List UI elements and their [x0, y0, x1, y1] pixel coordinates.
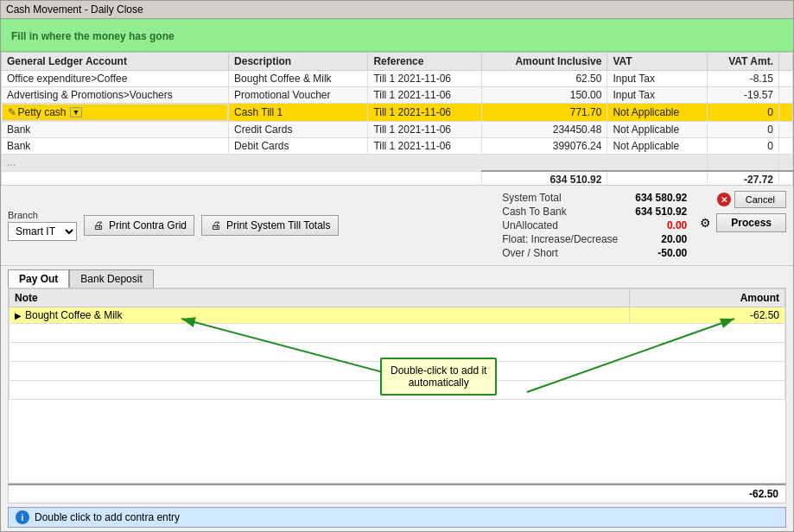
- gl-account: Advertising & Promotions>Vouchers: [2, 87, 229, 104]
- table-row[interactable]: Bank Credit Cards Till 1 2021-11-06 2344…: [2, 122, 793, 138]
- col-note: Note: [10, 289, 630, 307]
- branch-select[interactable]: Smart IT: [8, 222, 77, 241]
- payout-footer-amount: -62.50: [749, 488, 778, 500]
- col-ref: Reference: [368, 53, 482, 71]
- gl-account: Bank: [2, 138, 229, 155]
- status-text: Double click to add contra entry: [35, 511, 180, 523]
- ledger-table: General Ledger Account Description Refer…: [1, 52, 793, 186]
- unallocated-label: UnAllocated: [502, 219, 558, 231]
- bottom-section: Pay Out Bank Deposit Note Amount: [1, 266, 793, 531]
- title-bar: Cash Movement - Daily Close: [1, 1, 793, 19]
- scrollbar[interactable]: [779, 53, 793, 71]
- table-row-petty[interactable]: ✎ Petty cash ▼ Cash Till 1 Till 1 2021-1…: [2, 104, 793, 122]
- unallocated-value: 0.00: [618, 219, 687, 231]
- description: Debit Cards: [229, 138, 368, 155]
- reference: Till 1 2021-11-06: [368, 122, 482, 138]
- window-title: Cash Movement - Daily Close: [6, 3, 143, 16]
- reference: Till 1 2021-11-06: [368, 138, 482, 155]
- system-total-row: System Total 634 580.92: [499, 191, 690, 205]
- over-short-label: Over / Short: [502, 247, 558, 259]
- empty-row-1: [10, 324, 785, 343]
- scrollbar-cell: [779, 87, 793, 104]
- cancel-icon: ✕: [717, 193, 731, 206]
- reference: Till 1 2021-11-06: [368, 87, 482, 104]
- controls-section: Branch Smart IT 🖨 Print Contra Grid 🖨 Pr…: [1, 186, 793, 266]
- float-row: Float: Increase/Decrease 20.00: [499, 232, 690, 246]
- footer-vat-amt: -27.72: [707, 171, 778, 186]
- more-rows: ...: [2, 155, 708, 172]
- reference: Till 1 2021-11-06: [368, 71, 482, 87]
- print-icon: 🖨: [92, 218, 105, 232]
- col-gl: General Ledger Account: [2, 53, 229, 71]
- scrollbar-cell: [779, 71, 793, 87]
- payout-table-container: Note Amount ▶Bought Coffee & Milk -62.50: [8, 288, 786, 484]
- tab-payout-label: Pay Out: [19, 273, 58, 285]
- footer-amount: 634 510.92: [482, 171, 607, 186]
- action-buttons: ✕ Cancel ⚙ Process: [690, 191, 786, 232]
- vat-amt: [707, 155, 778, 172]
- vat-amt: -8.15: [707, 71, 778, 87]
- ledger-table-section: General Ledger Account Description Refer…: [1, 52, 793, 186]
- vat: Not Applicable: [607, 138, 707, 155]
- float-value: 20.00: [618, 233, 687, 245]
- page-title: Fill in where the money has gone: [11, 30, 175, 42]
- print-system-till-button[interactable]: 🖨 Print System Till Totals: [201, 215, 338, 236]
- cash-to-bank-value: 634 510.92: [618, 206, 687, 218]
- description: Promotional Voucher: [229, 87, 368, 104]
- petty-cash-label: Petty cash: [18, 106, 67, 118]
- system-total-value: 634 580.92: [618, 192, 687, 204]
- description: Bought Coffee & Milk: [229, 71, 368, 87]
- table-footer-row: 634 510.92 -27.72: [2, 171, 793, 186]
- vat: Not Applicable: [607, 122, 707, 138]
- scrollbar-cell: [779, 171, 793, 186]
- amount: 399076.24: [482, 138, 607, 155]
- scrollbar-cell: [779, 122, 793, 138]
- annotation-tooltip: Double-click to add itautomatically: [380, 358, 497, 396]
- gl-account: Bank: [2, 122, 229, 138]
- scrollbar-cell: [779, 104, 793, 122]
- gear-icon: ⚙: [697, 215, 713, 231]
- tabs-bar: Pay Out Bank Deposit: [1, 266, 793, 288]
- gl-account: ✎ Petty cash ▼: [2, 104, 229, 121]
- payout-row[interactable]: ▶Bought Coffee & Milk -62.50: [10, 307, 785, 324]
- amount: 150.00: [482, 87, 607, 104]
- payout-amount: -62.50: [630, 307, 785, 324]
- tab-bank-deposit-label: Bank Deposit: [80, 273, 142, 285]
- description: Credit Cards: [229, 122, 368, 138]
- status-bar: i Double click to add contra entry: [8, 507, 786, 528]
- branch-label: Branch: [8, 210, 77, 220]
- vat: Input Tax: [607, 71, 707, 87]
- payout-footer: -62.50: [8, 484, 786, 504]
- process-button[interactable]: Process: [716, 213, 786, 232]
- vat: Input Tax: [607, 87, 707, 104]
- gl-account: Office expenditure>Coffee: [2, 71, 229, 87]
- dropdown-icon[interactable]: ▼: [70, 107, 83, 117]
- cancel-button[interactable]: Cancel: [734, 191, 786, 208]
- vat-amt: 0: [707, 122, 778, 138]
- table-row[interactable]: Advertising & Promotions>Vouchers Promot…: [2, 87, 793, 104]
- col-desc: Description: [229, 53, 368, 71]
- print-contra-grid-button[interactable]: 🖨 Print Contra Grid: [84, 215, 194, 236]
- col-vat: VAT: [607, 53, 707, 71]
- col-vat-amt: VAT Amt.: [707, 53, 778, 71]
- tab-bank-deposit[interactable]: Bank Deposit: [69, 269, 153, 288]
- table-row[interactable]: Office expenditure>Coffee Bought Coffee …: [2, 71, 793, 87]
- vat-amt: -19.57: [707, 87, 778, 104]
- tab-payout[interactable]: Pay Out: [8, 269, 69, 288]
- info-icon: i: [16, 510, 29, 524]
- totals-section: System Total 634 580.92 Cash To Bank 634…: [499, 191, 786, 260]
- footer-vat-label: [607, 171, 707, 186]
- page-header: Fill in where the money has gone: [1, 19, 793, 52]
- footer-empty: [2, 171, 482, 186]
- table-row[interactable]: Bank Debit Cards Till 1 2021-11-06 39907…: [2, 138, 793, 155]
- unallocated-row: UnAllocated 0.00: [499, 218, 690, 232]
- over-short-value: -50.00: [618, 247, 687, 259]
- float-label: Float: Increase/Decrease: [502, 233, 618, 245]
- main-window: Cash Movement - Daily Close Fill in wher…: [0, 0, 794, 532]
- main-content: General Ledger Account Description Refer…: [1, 52, 793, 531]
- branch-group: Branch Smart IT: [8, 210, 77, 241]
- table-row-more[interactable]: ...: [2, 155, 793, 172]
- payout-note: ▶Bought Coffee & Milk: [10, 307, 630, 324]
- print-system-label: Print System Till Totals: [226, 219, 330, 231]
- print-contra-label: Print Contra Grid: [109, 219, 187, 231]
